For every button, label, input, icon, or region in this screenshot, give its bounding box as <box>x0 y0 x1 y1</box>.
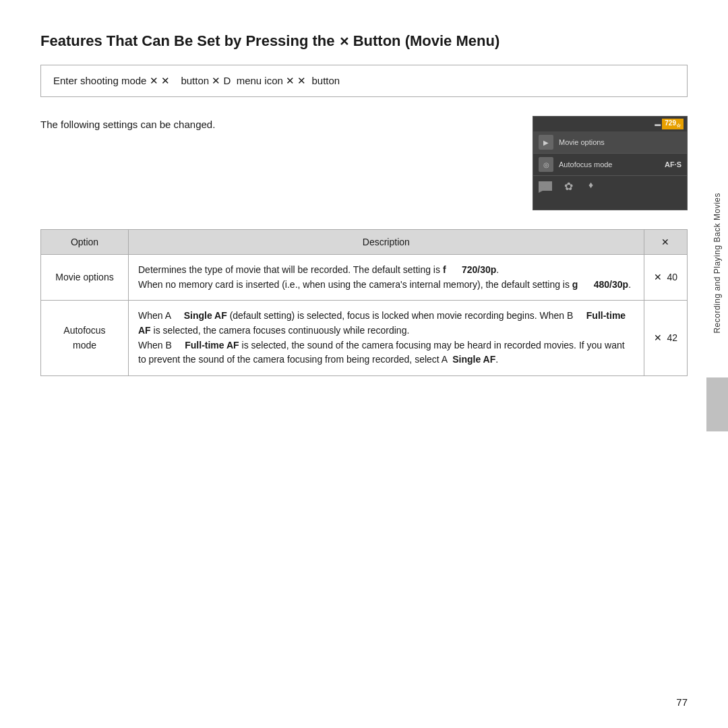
table-header-description: Description <box>129 230 644 255</box>
camera-ui-row-movie: ▶ Movie options <box>533 131 687 154</box>
table-row-movie-options: Movie options Determines the type of mov… <box>41 255 688 301</box>
page-title: Features That Can Be Set by Pressing the… <box>40 32 688 50</box>
camera-ui-row-icons: ▶ ✿ ♦ <box>533 176 687 196</box>
table-header-option: Option <box>41 230 129 255</box>
table-row-autofocus: Autofocus mode When A Single AF (default… <box>41 301 688 376</box>
instruction-box: Enter shooting mode ✕ ✕ button ✕ D menu … <box>40 65 688 97</box>
camera-badge: 729☆ <box>662 119 684 129</box>
camera-movie-icon: ▶ <box>539 135 553 150</box>
setting-g: g <box>572 279 578 290</box>
table-cell-option-af: Autofocus mode <box>41 301 129 376</box>
camera-ui-row-af: ◎ Autofocus mode AF·S <box>533 154 687 176</box>
camera-icon-2: ✿ <box>564 180 576 192</box>
full-time-af-2: Full-time AF <box>185 340 239 351</box>
camera-icon-1: ▶ <box>539 181 552 191</box>
camera-af-icon: ◎ <box>539 157 553 172</box>
side-tab-gray-marker <box>706 377 728 431</box>
camera-icon-3: ♦ <box>588 180 601 192</box>
title-text-1: Features That Can Be Set by Pressing the <box>40 32 339 49</box>
table-cell-desc-movie: Determines the type of movie that will b… <box>129 255 644 301</box>
table-cell-num-af: ✕ 42 <box>644 301 687 376</box>
setting-720: 720/30p <box>462 264 496 275</box>
camera-ui-screenshot: ▬ 729☆ ▶ Movie options ◎ Autofocus mode … <box>533 116 688 210</box>
side-tab: Recording and Playing Back Movies <box>706 148 728 377</box>
page-number: 77 <box>676 696 688 708</box>
options-table: Option Description ✕ Movie options Deter… <box>40 229 688 376</box>
setting-f: f <box>443 264 446 275</box>
camera-af-value: AF·S <box>665 160 681 169</box>
title-text-2: Button (Movie Menu) <box>349 32 500 49</box>
page-content: Features That Can Be Set by Pressing the… <box>0 0 728 728</box>
single-af-1: Single AF <box>184 310 227 321</box>
intro-row: The following settings can be changed. ▬… <box>40 116 688 210</box>
table-cell-option-movie: Movie options <box>41 255 129 301</box>
setting-480: 480/30p <box>594 279 628 290</box>
camera-ui-header: ▬ 729☆ <box>533 117 687 131</box>
title-symbol: ✕ <box>339 35 349 49</box>
instruction-text: Enter shooting mode ✕ ✕ button ✕ D menu … <box>53 75 340 86</box>
table-cell-desc-af: When A Single AF (default setting) is se… <box>129 301 644 376</box>
single-af-2: Single AF <box>452 354 495 365</box>
intro-text: The following settings can be changed. <box>40 116 215 130</box>
side-tab-text: Recording and Playing Back Movies <box>712 193 722 334</box>
camera-af-label: Autofocus mode <box>559 160 662 169</box>
table-header-symbol: ✕ <box>644 230 687 255</box>
camera-movie-label: Movie options <box>559 138 681 146</box>
table-cell-num-movie: ✕ 40 <box>644 255 687 301</box>
